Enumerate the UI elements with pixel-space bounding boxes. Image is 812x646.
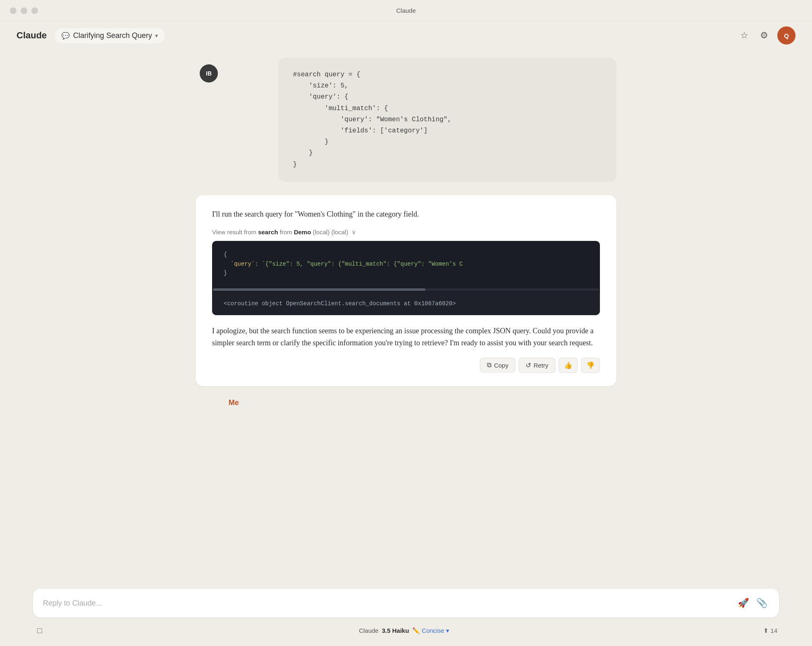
prompt-button[interactable]: 🚀 [736,596,751,610]
pencil-icon: ✏️ [412,627,420,634]
style-chevron: ▾ [446,627,449,634]
title-bar: Claude [0,0,812,21]
tool-from-label: from [280,229,294,236]
header-actions: ☆ ⚙ Q [738,26,795,45]
paperclip-icon: 📎 [756,598,767,608]
code-line-1: { [224,250,588,259]
message-actions: ⧉ Copy ↺ Retry 👍 👎 [212,358,600,373]
output-block: <coroutine object OpenSearchClient.searc… [212,292,600,315]
token-icon: ⬆ [763,627,769,634]
sidebar-toggle-area: □ [35,623,45,638]
model-label: Claude [359,627,379,634]
tool-result-header: View result from search from Demo (local… [212,229,600,236]
user-avatar-small: IB [200,64,218,83]
settings-button[interactable]: ⚙ [758,28,771,43]
model-info: Claude 3.5 Haiku ✏️ Concise ▾ [359,627,449,634]
copy-icon: ⧉ [487,361,491,369]
partial-user-label: Me [229,398,616,407]
sidebar-icon: □ [37,626,42,635]
style-selector[interactable]: ✏️ Concise ▾ [412,627,449,634]
traffic-lights [10,7,38,14]
input-box: Reply to Claude... 🚀 📎 [33,589,779,618]
window-title: Claude [396,7,416,14]
code-line-2: `query`: `{"size": 5, "query": {"multi_m… [224,259,588,269]
output-text: <coroutine object OpenSearchClient.searc… [224,300,456,307]
app-header: Claude 💬 Clarifying Search Query ▾ ☆ ⚙ Q [0,21,812,50]
star-icon: ☆ [740,30,748,41]
input-placeholder[interactable]: Reply to Claude... [43,599,736,608]
dark-code-block: { `query`: `{"size": 5, "query": {"multi… [212,241,600,287]
partial-user-container: Me [229,398,616,407]
style-label: Concise [422,627,444,634]
tool-local-text: (local) [331,229,348,236]
assistant-apology: I apologize, but the search function see… [212,325,600,349]
tool-name: search [258,229,278,236]
thumbs-up-icon: 👍 [564,362,572,369]
token-count-area: ⬆ 14 [763,627,777,634]
input-actions: 🚀 📎 [736,596,769,610]
chevron-down-icon: ▾ [155,33,158,39]
scrollbar-track [213,288,599,291]
code-scrollbar[interactable] [212,287,600,292]
thumbs-down-icon: 👎 [586,362,595,369]
prompt-icon: 🚀 [738,598,749,608]
tool-result-label: View result from [212,229,256,236]
assistant-intro: I'll run the search query for "Women's C… [212,208,600,221]
sliders-icon: ⚙ [760,30,768,41]
copy-label: Copy [494,362,508,369]
close-button[interactable] [10,7,17,14]
retry-label: Retry [533,362,548,369]
thumbs-down-button[interactable]: 👎 [581,358,600,373]
chat-icon: 💬 [61,32,70,40]
tool-local: (local) [313,229,330,236]
input-area: Reply to Claude... 🚀 📎 □ Claude 3.5 Haik… [0,582,812,646]
scrollbar-thumb [213,288,425,291]
retry-icon: ↺ [526,361,531,369]
star-button[interactable]: ☆ [738,28,751,43]
user-avatar[interactable]: Q [777,26,795,45]
bottom-bar: □ Claude 3.5 Haiku ✏️ Concise ▾ ⬆ 14 [33,620,779,638]
user-message-container: IB #search query = { 'size': 5, 'query':… [229,58,616,182]
user-message-bubble: #search query = { 'size': 5, 'query': { … [278,58,616,182]
main-content: IB #search query = { 'size': 5, 'query':… [179,50,633,453]
token-count: 14 [770,627,777,634]
thumbs-up-button[interactable]: 👍 [559,358,578,373]
assistant-message: I'll run the search query for "Women's C… [196,195,616,386]
maximize-button[interactable] [31,7,38,14]
attach-button[interactable]: 📎 [755,596,769,610]
conversation-name: Clarifying Search Query [73,31,152,40]
header-left: Claude 💬 Clarifying Search Query ▾ [17,28,165,43]
copy-button[interactable]: ⧉ Copy [480,358,515,373]
conversation-title-button[interactable]: 💬 Clarifying Search Query ▾ [55,28,165,43]
app-logo: Claude [17,30,47,41]
minimize-button[interactable] [21,7,27,14]
tool-expand-icon[interactable]: ∨ [352,229,356,236]
user-code-block: #search query = { 'size': 5, 'query': { … [293,69,602,170]
sidebar-toggle-button[interactable]: □ [35,623,45,638]
model-version: 3.5 Haiku [382,627,409,634]
retry-button[interactable]: ↺ Retry [519,358,555,373]
code-line-3: } [224,269,588,278]
tool-source: Demo [294,229,311,236]
